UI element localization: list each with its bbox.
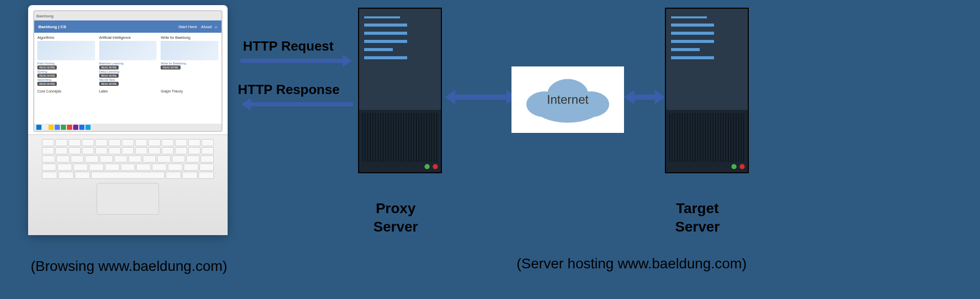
col-title: Write for Baeldung — [161, 36, 218, 39]
read-more-button: READ MORE — [37, 82, 57, 86]
read-more-button: READ MORE — [161, 65, 180, 70]
link-text: Machine Learning — [99, 62, 157, 65]
target-server-icon — [665, 8, 749, 173]
proxy-server-icon — [358, 8, 442, 173]
taskbar-icon — [79, 125, 84, 130]
thumbnail — [99, 41, 157, 60]
read-more-button: READ MORE — [99, 74, 119, 78]
col-title: Graph Theory — [161, 89, 218, 93]
status-led-red — [740, 164, 745, 169]
client-laptop: Baeldung Baeldung | CS Start Here About … — [28, 5, 228, 235]
proxy-server-label: Proxy Server — [373, 199, 418, 237]
trackpad — [97, 183, 159, 215]
sub-link: Neural Nets — [99, 78, 157, 81]
proxy-label-line1: Proxy — [376, 200, 416, 216]
status-led-green — [731, 164, 737, 169]
taskbar-icon — [36, 125, 41, 130]
taskbar-icon — [73, 125, 78, 130]
col-title: Artificial Intelligence — [99, 36, 157, 39]
taskbar-icon — [85, 125, 91, 130]
target-server-label: Target Server — [675, 199, 720, 237]
read-more-button: READ MORE — [37, 65, 57, 70]
taskbar-icon — [67, 125, 72, 130]
site-header: Baeldung | CS Start Here About ⌕ — [34, 20, 221, 33]
status-led-red — [433, 164, 438, 169]
nav-link: Start Here — [179, 25, 197, 29]
link-text: Path Finding — [37, 62, 95, 65]
http-response-arrow — [251, 102, 353, 106]
laptop-screen: Baeldung Baeldung | CS Start Here About … — [33, 10, 222, 132]
sub-link: Deep Learning — [99, 70, 157, 73]
thumbnail — [161, 41, 218, 60]
internet-target-arrow — [634, 95, 655, 100]
taskbar-icon — [61, 125, 66, 130]
tab-title: Baeldung — [36, 14, 54, 18]
http-request-label: HTTP Request — [243, 38, 333, 54]
nav-link: About — [201, 25, 212, 29]
taskbar-icon — [49, 125, 54, 130]
search-icon: ⌕ — [215, 25, 217, 29]
read-more-button: READ MORE — [99, 82, 119, 86]
target-label-line2: Server — [675, 219, 720, 235]
taskbar-icon — [42, 125, 48, 130]
proxy-label-line2: Server — [373, 219, 418, 235]
browser-tab-bar: Baeldung — [34, 11, 221, 20]
client-caption: (Browsing www.baeldung.com) — [31, 258, 227, 274]
http-request-arrow — [240, 59, 343, 63]
site-content: Algorithms Path Finding READ MORE Sortin… — [34, 33, 221, 124]
link-text: Write for Baeldung — [161, 62, 218, 65]
sub-link: Sorting — [37, 70, 95, 73]
read-more-button: READ MORE — [37, 74, 57, 78]
server-caption: (Server hosting www.baeldung.com) — [517, 256, 747, 272]
status-led-green — [425, 164, 430, 169]
laptop-keyboard — [28, 134, 228, 235]
taskbar-icon — [55, 125, 60, 130]
sub-link: Searching — [37, 78, 95, 81]
col-title: Algorithms — [37, 36, 95, 39]
target-label-line1: Target — [676, 200, 719, 216]
proxy-internet-arrow — [455, 95, 506, 100]
col-title: Core Concepts — [37, 89, 95, 93]
http-response-label: HTTP Response — [238, 82, 340, 98]
os-taskbar — [34, 124, 221, 131]
site-brand: Baeldung | CS — [38, 25, 66, 29]
internet-label: Internet — [547, 93, 588, 107]
thumbnail — [37, 41, 95, 60]
read-more-button: READ MORE — [99, 65, 119, 70]
internet-cloud: Internet — [511, 66, 624, 133]
col-title: Latex — [99, 89, 157, 93]
